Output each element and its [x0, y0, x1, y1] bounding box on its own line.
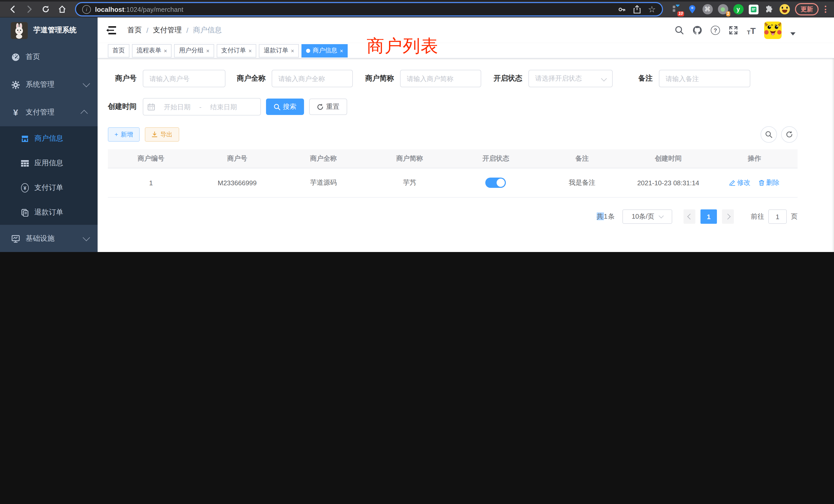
chrome-update-button[interactable]: 更新	[795, 3, 818, 16]
sidebar-item-home[interactable]: 首页	[0, 43, 97, 71]
calendar-icon	[147, 103, 155, 111]
short-name-input[interactable]	[400, 70, 481, 87]
sidebar-item-label: 退款订单	[35, 208, 63, 217]
add-button[interactable]: + 新增	[108, 127, 140, 142]
sidebar-item-label: 首页	[26, 52, 40, 62]
tab-user-group[interactable]: 用户分组×	[174, 44, 214, 57]
breadcrumb-pay[interactable]: 支付管理	[153, 26, 182, 35]
tab-pay-order[interactable]: 支付订单×	[217, 44, 257, 57]
help-icon[interactable]: ?	[710, 25, 721, 36]
profile-avatar-icon[interactable]	[779, 4, 790, 15]
gear-icon	[11, 80, 20, 89]
edit-link[interactable]: 修改	[729, 178, 750, 187]
col-actions: 操作	[711, 150, 797, 168]
extensions-puzzle-icon[interactable]	[764, 4, 774, 15]
create-time-label: 创建时间	[108, 102, 137, 111]
close-icon[interactable]: ×	[164, 47, 167, 54]
table-refresh-icon[interactable]	[781, 126, 797, 143]
header-search-icon[interactable]	[674, 25, 684, 36]
merchant-table: 商户编号 商户号 商户全称 商户简称 开启状态 备注 创建时间 操作 1	[108, 150, 797, 198]
password-key-icon[interactable]	[617, 5, 626, 14]
browser-toolbar: i localhost:1024/pay/merchant ☆ 10	[0, 0, 834, 18]
tab-refund-order[interactable]: 退款订单×	[259, 44, 299, 57]
date-start-input[interactable]	[156, 102, 198, 111]
toolbar-row: + 新增 导出	[108, 126, 797, 143]
date-end-input[interactable]	[203, 102, 245, 111]
page-size-select[interactable]: 10条/页	[622, 209, 672, 224]
sidebar-item-system[interactable]: 系统管理	[0, 71, 97, 98]
col-merchant-no: 商户号	[194, 150, 280, 168]
fullscreen-icon[interactable]	[728, 25, 739, 36]
sidebar-item-pay-order[interactable]: ¥ 支付订单	[0, 176, 97, 200]
sidebar-item-refund-order[interactable]: 退款订单	[0, 200, 97, 225]
command-extension-icon[interactable]: ⌘	[702, 4, 713, 15]
sidebar-fold-icon[interactable]	[106, 26, 116, 35]
tab-process-form[interactable]: 流程表单×	[132, 44, 172, 57]
share-icon[interactable]	[633, 5, 641, 14]
page-content: 商户号 商户全称 商户简称 开启状态 请选择开启状态 备注 创	[97, 59, 834, 224]
app-title: 芋道管理系统	[34, 26, 76, 35]
table-search-toggle-icon[interactable]	[761, 126, 777, 143]
tab-home[interactable]: 首页	[108, 44, 129, 57]
sidebar-item-infra[interactable]: 基础设施	[0, 225, 97, 252]
search-button[interactable]: 搜索	[266, 98, 304, 115]
close-icon[interactable]: ×	[291, 47, 294, 54]
devtools-extension-icon[interactable]: 10	[671, 4, 682, 15]
create-time-range-picker[interactable]: -	[143, 98, 261, 115]
font-size-icon[interactable]: TT	[746, 25, 756, 36]
full-name-input[interactable]	[272, 70, 353, 87]
chevron-down-icon	[83, 234, 90, 241]
chevron-up-icon	[81, 110, 88, 117]
delete-link[interactable]: 删除	[759, 178, 780, 187]
merchant-no-input[interactable]	[143, 70, 225, 87]
home-icon[interactable]	[54, 3, 70, 16]
reset-button[interactable]: 重置	[309, 98, 347, 115]
status-select[interactable]: 请选择开启状态	[528, 70, 613, 87]
browser-menu-icon[interactable]	[822, 4, 829, 14]
sidebar-item-app-info[interactable]: 应用信息	[0, 151, 97, 176]
edit-pencil-icon	[729, 180, 736, 186]
avatar-caret-icon[interactable]	[790, 32, 795, 36]
tab-merchant-info[interactable]: 商户信息×	[302, 44, 348, 57]
close-icon[interactable]: ×	[340, 47, 343, 54]
yen-circle-icon: ¥	[21, 184, 29, 192]
forward-icon[interactable]	[22, 3, 37, 16]
export-button[interactable]: 导出	[145, 127, 179, 142]
proxy-extension-icon[interactable]: 1	[718, 4, 728, 15]
breadcrumb-home[interactable]: 首页	[127, 26, 142, 35]
close-icon[interactable]: ×	[248, 47, 252, 54]
close-icon[interactable]: ×	[206, 47, 210, 54]
reload-icon[interactable]	[38, 3, 53, 16]
col-full-name: 商户全称	[280, 150, 367, 168]
address-bar[interactable]: i localhost:1024/pay/merchant ☆	[75, 2, 663, 17]
cell-actions: 修改 删除	[711, 168, 797, 197]
back-icon[interactable]	[5, 3, 21, 16]
table-header-row: 商户编号 商户号 商户全称 商户简称 开启状态 备注 创建时间 操作	[108, 150, 797, 168]
status-toggle[interactable]	[486, 178, 506, 188]
remark-input[interactable]	[659, 70, 750, 87]
sidebar-item-pay[interactable]: ¥ 支付管理	[0, 98, 97, 126]
next-page-button[interactable]	[722, 209, 734, 224]
cell-short-name: 芋艿	[367, 168, 453, 197]
github-icon[interactable]	[692, 25, 703, 36]
pin-extension-icon[interactable]	[687, 4, 697, 15]
yen-icon: ¥	[11, 108, 20, 117]
document-icon	[21, 209, 29, 216]
notes-extension-icon[interactable]	[748, 4, 759, 15]
page-number-current[interactable]: 1	[701, 209, 717, 224]
yuque-extension-icon[interactable]: y	[733, 4, 744, 15]
user-avatar[interactable]	[764, 22, 782, 39]
col-merchant-id: 商户编号	[108, 150, 194, 168]
bookmark-star-icon[interactable]: ☆	[648, 5, 656, 14]
app-logo[interactable]: 芋道管理系统	[0, 18, 97, 43]
pagination: 共1条 10条/页 1 前往 页	[108, 209, 797, 224]
cell-status	[453, 168, 539, 197]
sidebar-item-merchant-info[interactable]: 商户信息	[0, 126, 97, 151]
site-info-icon[interactable]: i	[82, 5, 91, 14]
breadcrumb-separator: /	[186, 26, 189, 35]
goto-page-input[interactable]	[768, 209, 787, 224]
chevron-down-icon	[601, 76, 607, 82]
prev-page-button[interactable]	[683, 209, 695, 224]
pagination-total: 共1条	[597, 212, 615, 221]
grid-icon	[21, 159, 29, 167]
